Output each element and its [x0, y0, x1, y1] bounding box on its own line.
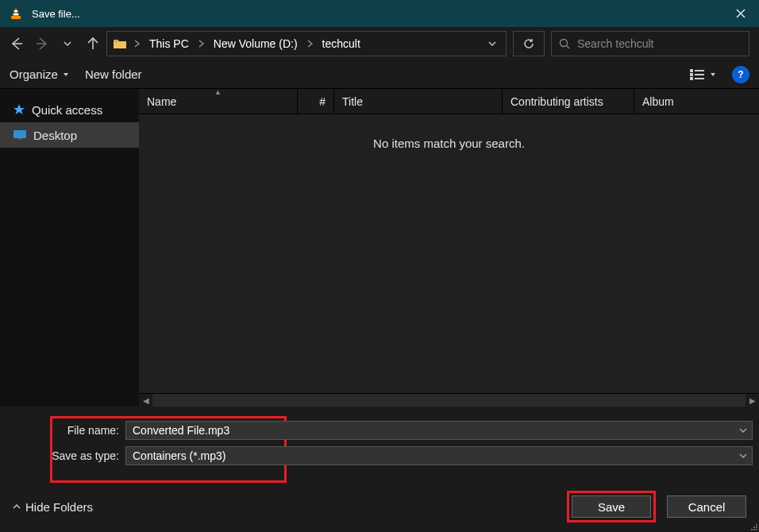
file-list-area: ▲ Name # Title Contributing artists Albu…: [139, 89, 759, 407]
sidebar-item-quick-access[interactable]: Quick access: [0, 97, 139, 122]
saveastype-select[interactable]: Containers (*.mp3): [125, 446, 753, 465]
sort-indicator-icon: ▲: [214, 88, 222, 96]
sidebar-item-label: Quick access: [32, 103, 102, 117]
refresh-button[interactable]: [513, 31, 545, 56]
scroll-left-icon[interactable]: ◀: [139, 394, 152, 407]
svg-rect-11: [695, 70, 704, 71]
chevron-up-icon: [13, 503, 21, 511]
organize-label: Organize: [10, 67, 58, 81]
filename-input[interactable]: Converted File.mp3: [125, 421, 753, 440]
svg-rect-15: [695, 78, 704, 79]
back-button[interactable]: [10, 37, 24, 51]
column-header-contributing[interactable]: Contributing artists: [503, 89, 634, 114]
address-dropdown[interactable]: [484, 35, 501, 52]
search-icon: [558, 37, 571, 50]
view-options-button[interactable]: [689, 68, 716, 81]
sidebar-item-desktop[interactable]: Desktop: [0, 122, 139, 148]
svg-rect-7: [114, 40, 118, 42]
cancel-button[interactable]: Cancel: [667, 495, 746, 518]
folder-icon: [112, 36, 128, 52]
search-placeholder: Search techcult: [577, 37, 654, 50]
bottom-panel: File name: Converted File.mp3 Save as ty…: [0, 407, 759, 532]
action-row: Hide Folders Save Cancel: [6, 484, 753, 526]
svg-rect-12: [690, 73, 693, 76]
titlebar: Save file...: [0, 0, 759, 27]
saveastype-label: Save as type:: [6, 449, 119, 462]
help-label: ?: [738, 69, 743, 80]
svg-rect-17: [17, 138, 22, 140]
breadcrumb-this-pc[interactable]: This PC: [146, 36, 192, 52]
up-button[interactable]: [86, 37, 100, 51]
star-icon: [13, 103, 25, 116]
breadcrumb-new-volume[interactable]: New Volume (D:): [210, 36, 301, 52]
address-bar[interactable]: This PC New Volume (D:) techcult: [106, 31, 507, 56]
organize-button[interactable]: Organize: [10, 67, 69, 81]
filename-row: File name: Converted File.mp3: [6, 421, 753, 440]
save-file-dialog: Save file...: [0, 0, 759, 532]
forward-button[interactable]: [35, 37, 49, 51]
svg-point-8: [561, 40, 568, 47]
column-header-number[interactable]: #: [298, 89, 334, 114]
column-header-name[interactable]: ▲ Name: [139, 89, 298, 114]
toolbar: Organize New folder ?: [0, 60, 759, 89]
form-rows: File name: Converted File.mp3 Save as ty…: [6, 421, 753, 478]
svg-rect-16: [13, 130, 26, 138]
main: Quick access Desktop ▲ Name # Title Cont…: [0, 89, 759, 407]
details-view-icon: [689, 68, 705, 81]
svg-rect-13: [695, 74, 704, 75]
breadcrumb-techcult[interactable]: techcult: [319, 36, 364, 52]
file-list: No items match your search.: [139, 114, 759, 393]
svg-rect-2: [13, 13, 19, 15]
scrollbar-track[interactable]: [152, 394, 746, 407]
column-header-album[interactable]: Album: [634, 89, 759, 114]
svg-rect-3: [11, 16, 21, 19]
save-button[interactable]: Save: [572, 495, 651, 518]
new-folder-label: New folder: [85, 67, 142, 81]
column-headers: ▲ Name # Title Contributing artists Albu…: [139, 89, 759, 114]
help-button[interactable]: ?: [732, 66, 749, 83]
navigation-pane: Quick access Desktop: [0, 89, 139, 407]
dialog-buttons: Save Cancel: [567, 491, 746, 522]
horizontal-scrollbar[interactable]: ◀ ▶: [139, 393, 759, 407]
hide-folders-button[interactable]: Hide Folders: [13, 500, 93, 514]
svg-rect-1: [14, 10, 18, 12]
vlc-icon: [8, 6, 24, 21]
saveastype-row: Save as type: Containers (*.mp3): [6, 446, 753, 465]
window-title: Save file...: [32, 8, 80, 20]
filename-value: Converted File.mp3: [133, 424, 229, 437]
chevron-down-icon: [710, 71, 716, 78]
chevron-down-icon: [63, 71, 69, 78]
nav-arrows: [10, 37, 100, 51]
sidebar-item-label: Desktop: [33, 129, 77, 142]
close-button[interactable]: [722, 0, 759, 27]
saveastype-value: Containers (*.mp3): [133, 449, 226, 462]
refresh-icon: [522, 37, 535, 50]
annotation-highlight: Save: [567, 491, 656, 522]
chevron-down-icon[interactable]: [739, 452, 747, 460]
search-box[interactable]: Search techcult: [551, 31, 749, 56]
chevron-right-icon: [133, 40, 141, 48]
resize-grip[interactable]: [746, 519, 757, 530]
chevron-down-icon[interactable]: [739, 426, 747, 434]
chevron-right-icon: [306, 40, 314, 48]
chevron-right-icon: [197, 40, 206, 48]
scroll-right-icon[interactable]: ▶: [746, 394, 759, 407]
svg-line-9: [567, 46, 570, 49]
empty-message: No items match your search.: [373, 137, 525, 150]
navbar: This PC New Volume (D:) techcult: [0, 27, 759, 60]
hide-folders-label: Hide Folders: [25, 500, 93, 514]
close-icon: [736, 9, 746, 18]
desktop-icon: [13, 129, 27, 141]
new-folder-button[interactable]: New folder: [85, 67, 142, 81]
recent-locations-button[interactable]: [60, 37, 75, 51]
column-header-title[interactable]: Title: [334, 89, 503, 114]
svg-rect-14: [690, 77, 693, 80]
svg-rect-10: [690, 69, 693, 72]
filename-label: File name:: [6, 424, 119, 437]
